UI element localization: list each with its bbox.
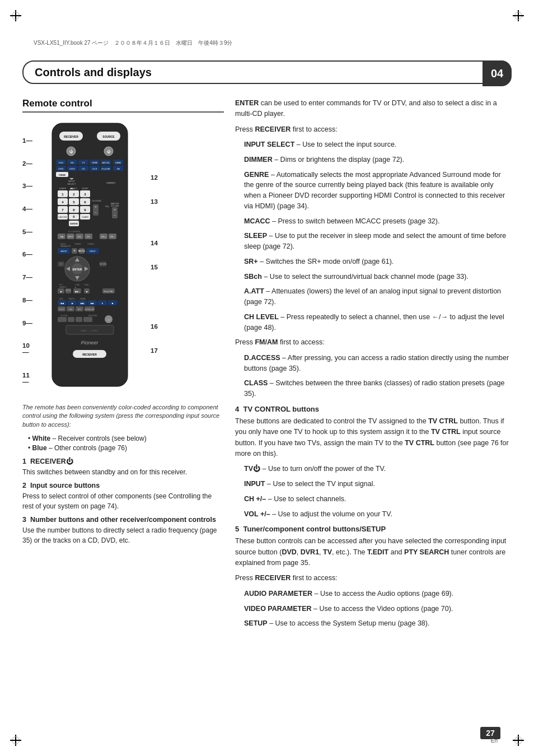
svg-text:DVR2: DVR2: [69, 168, 74, 170]
svg-text:PHASE: PHASE: [80, 298, 86, 300]
item-tv-input: INPUT – Use to select the TV input signa…: [244, 479, 512, 489]
svg-rect-159: [68, 317, 74, 322]
svg-text:ENTER: ENTER: [73, 268, 82, 271]
svg-text:MFX: MFX: [78, 309, 81, 311]
svg-text:SOURCE: SOURCE: [102, 135, 115, 138]
svg-text:STATUS: STATUS: [68, 298, 74, 300]
svg-text:iPod/USB: iPod/USB: [101, 168, 110, 170]
header-bar: Controls and displays 04: [22, 60, 512, 84]
section-5-tuner: 5 Tuner/component control buttons/SETUP …: [235, 525, 512, 629]
item-sr-plus: SR+ – Switches the SR+ mode on/off (page…: [244, 256, 512, 267]
svg-text:STRTV: STRTV: [59, 309, 64, 311]
svg-text:MUTE: MUTE: [78, 250, 86, 253]
item-tv-vol: VOL +/– – Use to adjust the volume on yo…: [244, 509, 512, 520]
page-title: Controls and displays: [35, 66, 152, 79]
svg-text:A.ATT: A.ATT: [83, 196, 87, 198]
svg-text:RECEIVER: RECEIVER: [82, 353, 97, 356]
svg-text:ENTER: ENTER: [70, 222, 78, 225]
svg-text:DVD: DVD: [59, 161, 64, 164]
press-receiver-note-2: Press RECEIVER first to access:: [235, 573, 512, 584]
svg-text:RECEIVER: RECEIVER: [64, 135, 78, 138]
svg-text:CD: CD: [82, 167, 85, 170]
svg-text:⏻: ⏻: [69, 150, 73, 153]
section-1: 1 RECEIVER⏻ This switches between standb…: [22, 458, 224, 477]
svg-text:TV: TV: [82, 161, 85, 164]
svg-text:PARAMETER: PARAMETER: [60, 245, 71, 248]
chapter-badge: 04: [483, 60, 512, 86]
enter-para: ENTER can be used to enter commands for …: [235, 98, 512, 120]
svg-text:XM: XM: [116, 168, 119, 170]
svg-text:RETURN: RETURN: [100, 263, 107, 265]
item-mcacc: MCACC – Press to switch between MCACC pr…: [244, 216, 512, 227]
svg-text:SEARCH: SEARCH: [59, 286, 67, 288]
svg-text:TV⏻: TV⏻: [60, 236, 64, 238]
svg-text:EDN: EDN: [69, 309, 72, 311]
svg-text:×: ×: [73, 248, 76, 253]
svg-text:DIMMER: DIMMER: [106, 181, 115, 184]
svg-text:⏸: ⏸: [101, 302, 104, 305]
corner-mark-tr: [513, 10, 524, 21]
item-video-param: VIDEO PARAMETER – Use to access the Vide…: [244, 604, 512, 614]
svg-text:DVR1: DVR1: [58, 168, 63, 170]
press-receiver-note: Press RECEIVER first to access:: [235, 124, 512, 135]
item-sleep: SLEEP – Use to put the receiver in sleep…: [244, 231, 512, 252]
svg-text:D.ACCESS: D.ACCESS: [58, 216, 67, 218]
svg-text:DISC: DISC: [59, 298, 64, 300]
svg-text:TUNE+: TUNE+: [84, 284, 90, 286]
item-daccess: D.ACCESS – After pressing, you can acces…: [244, 353, 512, 374]
left-callouts: 1— 2— 3— 4— 5— 6— 7— 8— 9— 10— 11—: [22, 120, 35, 396]
remote-image: RECEIVER SOURCE ⏻ ⏻ DVD BD TV: [44, 120, 142, 396]
bullet-white: White – Receiver controls (see below): [28, 435, 224, 442]
svg-text:SAT/CBL: SAT/CBL: [102, 162, 110, 164]
corner-mark-br: [513, 735, 524, 746]
svg-text:GENRE: GENRE: [59, 188, 67, 190]
svg-text:VIDEO: VIDEO: [90, 250, 96, 253]
svg-text:SBch: SBch: [72, 196, 76, 198]
svg-text:SLEEP: SLEEP: [82, 188, 88, 190]
svg-text:MAIN ---- ZONE2: MAIN ---- ZONE2: [81, 329, 99, 332]
svg-text:FM/AM: FM/AM: [59, 174, 65, 176]
item-audio-param: AUDIO PARAMETER – Use to access the Audi…: [244, 589, 512, 599]
left-column: Remote control 1— 2— 3— 4— 5— 6— 7— 8— 9…: [22, 98, 224, 722]
svg-text:SELECT: SELECT: [67, 183, 76, 185]
svg-text:CH LEVEL: CH LEVEL: [92, 200, 102, 202]
svg-text:VOL+: VOL+: [101, 236, 106, 238]
svg-text:|◀◀: |◀◀: [60, 302, 65, 305]
svg-text:▶▶: ▶▶: [91, 302, 95, 305]
corner-mark-tl: [10, 10, 21, 21]
item-dimmer: DIMMER – Dims or brightens the display (…: [244, 155, 512, 165]
section-3: 3 Number buttons and other receiver/comp…: [22, 516, 224, 545]
svg-text:⏹: ⏹: [111, 302, 114, 305]
svg-text:⏻: ⏻: [107, 150, 111, 153]
svg-text:CLASS: CLASS: [82, 216, 88, 218]
section-title: Remote control: [22, 98, 224, 113]
svg-text:CH+: CH+: [77, 236, 81, 238]
svg-text:RECEIVER: RECEIVER: [88, 315, 97, 317]
svg-text:TUNING+: TUNING+: [87, 243, 95, 245]
item-input-select: INPUT SELECT – Use to select the input s…: [244, 139, 512, 150]
section-2: 2 Input source buttons Press to select c…: [22, 482, 224, 511]
file-info: VSX-LX51_IIY.book 27 ページ ２００８年４月１６日 水曜日 …: [34, 39, 232, 47]
svg-text:SIGNAL SEL: SIGNAL SEL: [85, 309, 95, 311]
press-fmam-note: Press FM/AM first to access:: [235, 337, 512, 348]
svg-text:VOL−: VOL−: [110, 236, 115, 238]
svg-text:VOLUME: VOLUME: [111, 205, 119, 207]
right-column: ENTER can be used to enter commands for …: [235, 98, 512, 722]
svg-text:VOL: VOL: [105, 206, 109, 208]
svg-text:▶▶|: ▶▶|: [75, 290, 79, 293]
right-callouts: 12 13 14 15 16 17: [151, 120, 164, 396]
svg-text:TV CONTROL: TV CONTROL: [68, 231, 81, 233]
svg-text:BD: BD: [71, 161, 74, 164]
svg-text:−: −: [95, 211, 97, 214]
bullet-list: White – Receiver controls (see below) Bl…: [28, 435, 224, 452]
svg-text:CH−: CH−: [86, 236, 90, 238]
svg-text:ST: ST: [60, 263, 62, 265]
item-aatt: A.ATT – Attenuates (lowers) the level of…: [244, 286, 512, 307]
section-4-tv-control: 4 TV CONTROL buttons These buttons are d…: [235, 405, 512, 520]
svg-text:MCACC: MCACC: [71, 188, 78, 190]
page-en-label: En: [491, 738, 498, 744]
svg-text:▶▶|: ▶▶|: [81, 302, 85, 305]
svg-text:SR+: SR+: [61, 196, 64, 198]
svg-rect-161: [83, 317, 92, 322]
remote-container: 1— 2— 3— 4— 5— 6— 7— 8— 9— 10— 11—: [22, 120, 224, 396]
